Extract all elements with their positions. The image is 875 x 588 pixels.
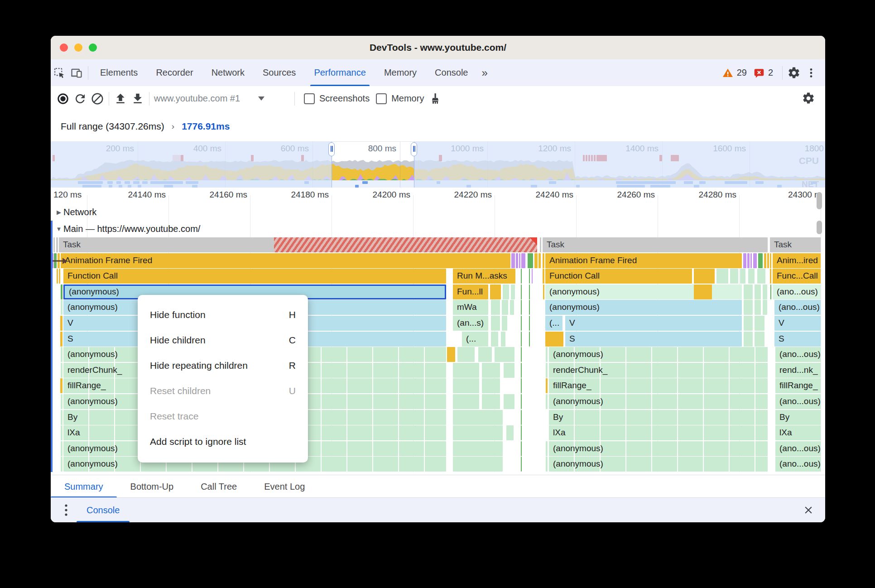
flame-bar-s[interactable]: S [565,332,742,347]
flame-bar[interactable] [770,284,771,299]
flame-bar[interactable] [747,253,750,268]
flame-bar[interactable] [744,332,753,347]
flame-bar-ano-ous[interactable]: (ano...ous) [773,284,821,299]
close-window-button[interactable] [60,43,68,52]
flame-bar-function-call[interactable]: Function Call [545,269,692,284]
menu-item-hide-repeating-children[interactable]: Hide repeating childrenR [138,353,308,378]
flame-bar[interactable] [521,363,522,378]
flame-bar[interactable] [60,316,62,331]
flame-bar-task[interactable]: Task [770,237,821,252]
flame-bar[interactable] [730,269,738,284]
minimize-window-button[interactable] [74,43,82,52]
flame-bar[interactable] [529,284,530,299]
flame-bar[interactable] [546,363,548,378]
flame-bar[interactable] [546,441,548,456]
flame-bar[interactable] [744,300,753,315]
warning-count[interactable]: 29 [737,67,747,78]
flame-bar-fillrange[interactable]: fillRange_ [549,378,768,393]
tab-console[interactable]: Console [426,59,477,86]
flame-bar[interactable] [491,300,500,315]
flame-bar[interactable] [540,237,541,252]
flame-bar-run-m-asks[interactable]: Run M...asks [453,269,515,284]
inspect-element-icon[interactable] [51,64,68,82]
flame-bar-fillrange[interactable]: fillRange_ [775,378,821,393]
flame-bar-lxa[interactable]: lXa [775,425,821,440]
flame-bar[interactable] [504,363,514,378]
flame-bar-mwa[interactable]: mWa [453,300,488,315]
flame-bar[interactable] [755,316,764,331]
flame-bar[interactable] [770,253,771,268]
kebab-menu-icon[interactable] [803,64,820,82]
flame-bar[interactable] [453,457,503,472]
expanded-arrow-icon[interactable]: ▼ [54,226,63,232]
flame-bar-ano-ous[interactable]: (ano...ous) [775,441,821,456]
flame-bar[interactable] [529,300,530,315]
flame-bar[interactable] [767,253,769,268]
flame-bar[interactable] [748,269,755,284]
flame-bar[interactable] [504,394,514,409]
flame-bar[interactable] [59,269,60,284]
close-drawer-icon[interactable] [803,504,814,516]
flame-bar-function-call[interactable]: Function Call [63,269,446,284]
warning-icon[interactable] [722,67,734,78]
reload-and-record-icon[interactable] [72,90,89,107]
flame-bar[interactable] [716,269,728,284]
flame-bar-task[interactable]: Task [543,237,768,252]
flame-bar[interactable] [770,269,771,284]
flame-bar[interactable] [495,347,514,362]
vertical-scrollbar-thumb[interactable] [817,221,822,234]
flame-bar[interactable] [482,378,500,393]
flame-bar[interactable] [61,441,62,456]
flame-bar[interactable] [503,284,509,299]
flame-bar[interactable] [744,284,753,299]
flame-bar[interactable] [521,410,522,425]
flame-bar[interactable] [502,316,507,331]
capture-settings-gear-icon[interactable] [800,90,817,107]
flame-bar-v[interactable]: V [565,316,742,331]
flame-bar[interactable] [755,284,761,299]
flame-bar[interactable] [546,378,548,393]
flame-bar[interactable] [521,253,525,268]
flame-bar-ano-ous[interactable]: (ano...ous) [774,300,821,315]
flame-bar[interactable] [764,253,766,268]
save-profile-icon[interactable] [129,90,146,107]
flame-bar-lxa[interactable]: lXa [549,425,768,440]
flame-bar[interactable] [750,253,752,268]
flame-bar[interactable] [453,363,479,378]
menu-item-hide-function[interactable]: Hide functionH [138,302,308,328]
track-main[interactable]: ▼ Main — https://www.youtube.com/ [51,221,825,237]
flame-bar[interactable] [521,269,522,284]
flame-bar[interactable] [521,300,522,315]
flame-bar[interactable] [529,316,530,331]
flame-bar[interactable] [521,347,522,362]
selection-handle-left[interactable] [328,142,335,156]
garbage-collect-icon[interactable] [427,90,444,107]
flame-bar-ano-ous[interactable]: (ano...ous) [775,347,821,362]
flame-bar[interactable] [694,284,712,299]
flame-bar-by[interactable]: By [549,410,768,425]
flame-bar-anonymous[interactable]: (anonymous) [549,347,768,362]
flame-bar[interactable] [56,237,58,252]
tab-sources[interactable]: Sources [254,59,305,86]
flame-bar[interactable] [516,253,518,268]
flame-bar-ano-ous[interactable]: (ano...ous) [775,394,821,409]
flame-bar[interactable] [61,394,62,409]
flame-bar[interactable] [502,300,508,315]
flame-bar-by[interactable]: By [775,410,821,425]
flame-bar[interactable] [755,300,761,315]
flame-bar[interactable] [519,253,520,268]
flame-bar[interactable] [453,394,479,409]
flame-bar[interactable] [61,363,62,378]
flame-bar-v[interactable]: V [774,316,821,331]
flame-bar[interactable] [758,253,763,268]
flame-bar[interactable] [521,284,522,299]
flame-bar[interactable] [61,300,62,315]
flame-bar-fun-ll[interactable]: Fun...ll [453,284,488,299]
drawer-kebab-menu-icon[interactable] [61,502,72,518]
flame-bar-item[interactable]: (... [462,332,488,347]
breadcrumb-selection[interactable]: 1776.91ms [182,121,230,132]
flame-bar[interactable] [521,332,522,347]
memory-checkbox[interactable] [376,93,387,104]
load-profile-icon[interactable] [112,90,129,107]
flame-bar[interactable] [491,332,498,347]
